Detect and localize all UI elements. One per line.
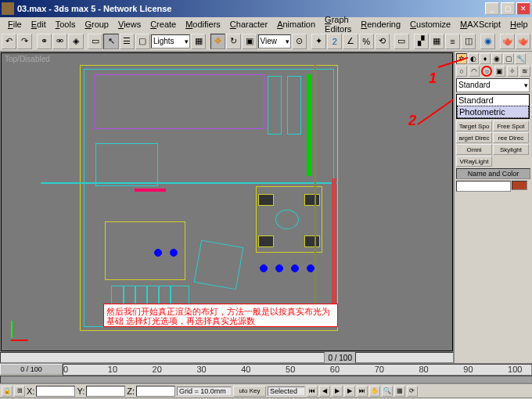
tick: 20 xyxy=(153,365,162,374)
y-input[interactable] xyxy=(86,386,125,397)
cursor-button[interactable]: ↖ xyxy=(103,34,118,49)
z-input[interactable] xyxy=(136,386,175,397)
menu-views[interactable]: Views xyxy=(113,20,146,29)
unlink-button[interactable]: ⚮ xyxy=(52,34,67,49)
play-button[interactable]: ▶ xyxy=(332,386,343,397)
viewport-top[interactable]: Top/Disabled xyxy=(1,52,453,351)
snap-button[interactable]: 2 xyxy=(327,34,342,49)
angle-snap-button[interactable]: ∠ xyxy=(343,34,358,49)
helpers-icon[interactable]: ✧ xyxy=(507,66,518,77)
menu-edit[interactable]: Edit xyxy=(27,20,51,29)
named-sel-button[interactable]: ▭ xyxy=(394,34,409,49)
light-btn-argetdirec[interactable]: arget Direc xyxy=(456,132,492,143)
x-input[interactable] xyxy=(36,386,75,397)
play-next[interactable]: ▶ xyxy=(344,386,355,397)
center-button[interactable]: ⊙ xyxy=(292,34,307,49)
annotation-note: 然后我们开始真正渲染的布灯，方法一般是以按真实布光为基础 选择灯光选项，再选择真… xyxy=(103,304,338,327)
display-tab[interactable]: ▢ xyxy=(503,53,514,64)
move-button[interactable]: ✥ xyxy=(210,34,225,49)
menu-modifiers[interactable]: Modifiers xyxy=(181,20,225,29)
play-prev[interactable]: ◀ xyxy=(319,386,330,397)
undo-button[interactable]: ↶ xyxy=(2,34,16,49)
trackbar[interactable] xyxy=(0,376,532,383)
play-end[interactable]: ⏭ xyxy=(357,386,368,397)
menu-graph editors[interactable]: Graph Editors xyxy=(320,15,356,34)
schematic-button[interactable]: ◫ xyxy=(461,34,476,49)
utilities-tab[interactable]: 🔧 xyxy=(515,53,526,64)
tick: 40 xyxy=(241,365,250,374)
timeline[interactable]: 0 / 100 0102030405060708090100 xyxy=(0,363,532,376)
mirror-button[interactable]: ▞ xyxy=(414,34,429,49)
hierarchy-tab[interactable]: ♦ xyxy=(480,53,491,64)
link-button[interactable]: ⚭ xyxy=(37,34,52,49)
main-toolbar: ↶ ↷ ⚭ ⚮ ◈ ▭ ↖ ☰ ▢ Lights ▦ ✥ ↻ ▣ View ⊙ … xyxy=(0,31,532,52)
time-ruler[interactable]: 0102030405060708090100 xyxy=(63,364,532,376)
nav-zoomall[interactable]: ▦ xyxy=(394,386,405,397)
maximize-button[interactable]: ▢ xyxy=(501,2,515,15)
select-name-button[interactable]: ☰ xyxy=(120,34,135,49)
rotate-button[interactable]: ↻ xyxy=(226,34,241,49)
light-btn-vraylight[interactable]: VRayLight xyxy=(456,156,492,167)
cameras-icon[interactable]: ▣ xyxy=(494,66,505,77)
select-region-button[interactable]: ▢ xyxy=(135,34,150,49)
menu-create[interactable]: Create xyxy=(146,20,181,29)
menu-file[interactable]: File xyxy=(3,20,27,29)
nav-pan[interactable]: ✋ xyxy=(369,386,380,397)
dd-option-standard[interactable]: Standard xyxy=(457,95,529,106)
nav-rot[interactable]: ⟳ xyxy=(407,386,418,397)
dd-option-photometric[interactable]: Photometric xyxy=(457,106,529,118)
material-button[interactable]: ◉ xyxy=(480,34,495,49)
light-btn-targetspo[interactable]: Target Spo xyxy=(456,120,492,131)
manipulate-button[interactable]: ✦ xyxy=(311,34,326,49)
menu-tools[interactable]: Tools xyxy=(51,20,81,29)
time-slider[interactable]: 0 / 100 xyxy=(0,364,63,375)
crossing-button[interactable]: ▦ xyxy=(191,34,206,49)
scale-button[interactable]: ▣ xyxy=(242,34,257,49)
selected-label[interactable]: Selected xyxy=(268,386,305,396)
geometry-icon[interactable]: ○ xyxy=(456,66,467,77)
category-dropdown[interactable]: Standard xyxy=(456,78,530,92)
titlebar: 03.max - 3ds max 5 - Network License _ ▢… xyxy=(0,0,532,17)
refcoord-dropdown[interactable]: View xyxy=(258,34,292,49)
bind-button[interactable]: ◈ xyxy=(68,34,83,49)
render-scene-button[interactable]: 🫖 xyxy=(500,34,515,49)
close-button[interactable]: ✕ xyxy=(516,2,530,15)
create-tab[interactable]: ✲ xyxy=(456,53,467,64)
filter-dropdown[interactable]: Lights xyxy=(151,34,190,49)
motion-tab[interactable]: ◉ xyxy=(491,53,502,64)
color-swatch[interactable] xyxy=(512,181,527,190)
menu-character[interactable]: Character xyxy=(225,20,272,29)
light-btn-skylight[interactable]: Skylight xyxy=(493,144,529,155)
lock-button[interactable]: 🔒 xyxy=(2,386,13,397)
percent-snap-button[interactable]: % xyxy=(359,34,374,49)
light-btn-omni[interactable]: Omni xyxy=(456,144,492,155)
play-start[interactable]: ⏮ xyxy=(307,386,318,397)
category-dropdown-open[interactable]: Standard Photometric xyxy=(456,94,530,119)
name-input[interactable] xyxy=(456,181,511,192)
modify-tab[interactable]: ◐ xyxy=(468,53,479,64)
menu-rendering[interactable]: Rendering xyxy=(356,20,405,29)
spinner-snap-button[interactable]: ⟲ xyxy=(375,34,390,49)
nav-zoom[interactable]: 🔍 xyxy=(382,386,393,397)
shapes-icon[interactable]: ◠ xyxy=(469,66,480,77)
quick-render-button[interactable]: 🫖 xyxy=(516,34,530,49)
array-button[interactable]: ▦ xyxy=(430,34,444,49)
rollout-header[interactable]: Name and Color xyxy=(456,168,530,179)
menu-animation[interactable]: Animation xyxy=(272,20,320,29)
menu-help[interactable]: Help xyxy=(505,20,532,29)
select-button[interactable]: ▭ xyxy=(88,34,102,49)
minimize-button[interactable]: _ xyxy=(485,2,499,15)
axis-gizmo xyxy=(8,321,31,344)
menu-maxscript[interactable]: MAXScript xyxy=(455,20,505,29)
light-btn-reedirec[interactable]: ree Direc xyxy=(493,132,529,143)
snap-toggle[interactable]: ⊞ xyxy=(14,386,25,397)
lights-icon[interactable]: ☼ xyxy=(481,66,492,77)
align-button[interactable]: ≡ xyxy=(445,34,460,49)
autokey-toggle[interactable]: uto Key xyxy=(233,386,266,397)
viewport-scroll[interactable]: 0 / 100 xyxy=(0,352,454,363)
redo-button[interactable]: ↷ xyxy=(17,34,32,49)
menu-group[interactable]: Group xyxy=(80,20,113,29)
menu-customize[interactable]: Customize xyxy=(405,20,455,29)
light-btn-freespot[interactable]: Free Spot xyxy=(493,120,529,131)
spacewarps-icon[interactable]: ≋ xyxy=(519,66,530,77)
